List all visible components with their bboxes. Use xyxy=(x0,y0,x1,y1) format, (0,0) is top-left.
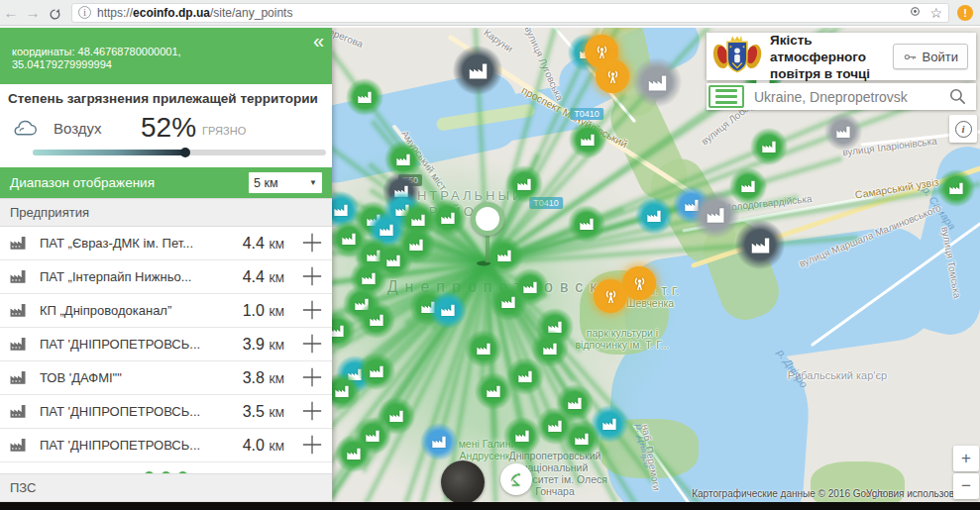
add-enterprise-button[interactable] xyxy=(298,364,326,392)
page: { "browser": { "back": "←", "forward": "… xyxy=(0,0,980,510)
enterprise-row[interactable]: ПАТ „Інтерпайп Нижньо... 4.4 км xyxy=(0,260,332,294)
factory-marker[interactable] xyxy=(568,205,605,243)
factory-icon xyxy=(8,301,32,321)
factory-marker[interactable] xyxy=(937,169,975,207)
browser-warning-badge[interactable]: ! xyxy=(957,5,973,21)
factory-marker[interactable] xyxy=(692,191,739,239)
factory-marker[interactable] xyxy=(429,199,467,237)
factory-marker[interactable] xyxy=(632,57,682,107)
factory-marker[interactable] xyxy=(335,435,373,472)
back-icon[interactable]: ← xyxy=(0,4,22,21)
enterprise-distance: 4.0 км xyxy=(243,437,284,455)
bookmark-star-icon[interactable]: ☆ xyxy=(929,5,942,21)
factory-marker[interactable] xyxy=(750,128,788,165)
map-canvas[interactable]: ЦЕНТРАЛЬНЫЙРАЙОНДнепропетровскпарк ім. Т… xyxy=(332,28,980,502)
factory-marker[interactable] xyxy=(824,113,862,151)
factory-icon xyxy=(8,234,32,254)
factory-marker[interactable] xyxy=(506,357,544,395)
pzs-section-header: ПЗС xyxy=(0,473,332,502)
panel-header: « координаты: 48.46768780000001, 35.0417… xyxy=(0,28,332,84)
enterprise-row[interactable]: ПАТ „Євраз-ДМК ім. Пет... 4.4 км xyxy=(0,227,332,260)
pollution-section: Степень загрязнения прилежащей территори… xyxy=(0,84,332,155)
enterprise-distance: 4.4 км xyxy=(243,268,284,286)
enterprise-row[interactable]: ТОВ 'ДАФМІ"" 3.8 км xyxy=(0,361,332,395)
pollution-progress-fill xyxy=(33,150,185,155)
factory-marker[interactable] xyxy=(486,237,523,274)
login-button[interactable]: Войти xyxy=(893,44,968,69)
enterprise-name: ПАТ 'ДНІПРОПЕТРОВСЬ... xyxy=(40,438,243,453)
enterprise-row[interactable]: ПАТ 'ДНІПРОПЕТРОВСЬ... 4.0 км xyxy=(0,429,332,462)
forward-icon[interactable]: → xyxy=(22,4,44,21)
satellite-dish-marker[interactable] xyxy=(500,463,532,495)
factory-icon xyxy=(8,436,32,456)
factory-marker[interactable] xyxy=(453,46,502,95)
factory-marker[interactable] xyxy=(346,78,383,116)
enterprise-distance: 3.5 км xyxy=(243,403,284,421)
factory-marker[interactable] xyxy=(569,121,606,158)
factory-marker[interactable] xyxy=(429,291,467,329)
url-text[interactable]: https://ecoinfo.dp.ua/site/any_points xyxy=(97,6,901,20)
range-label: Диапазон отображения xyxy=(10,175,155,190)
factory-marker[interactable] xyxy=(420,423,458,460)
add-enterprise-button[interactable] xyxy=(298,263,326,291)
factory-marker[interactable] xyxy=(563,420,600,458)
factory-marker[interactable] xyxy=(729,167,767,205)
add-enterprise-button[interactable] xyxy=(298,297,326,325)
enterprise-distance: 1.0 км xyxy=(243,302,284,320)
photo-thumbnail-marker[interactable] xyxy=(441,460,485,502)
location-target-icon[interactable] xyxy=(909,5,922,21)
factory-icon xyxy=(8,402,32,422)
search-input[interactable]: Ukraine, Dnepropetrovsk xyxy=(754,89,948,105)
factory-marker[interactable] xyxy=(358,301,395,339)
factory-marker[interactable] xyxy=(505,165,543,203)
collapse-panel-icon[interactable]: « xyxy=(313,30,322,52)
factory-marker[interactable] xyxy=(503,417,541,455)
enterprise-name: ПАТ 'ДНІПРОПЕТРОВСЬ... xyxy=(40,404,243,419)
enterprise-row[interactable]: КП „Дніпроводоканал” 1.0 км xyxy=(0,294,332,328)
selected-point-pin[interactable] xyxy=(471,202,504,236)
add-enterprise-button[interactable] xyxy=(298,331,326,358)
pollution-progress-cap xyxy=(180,148,190,157)
search-bar[interactable]: Ukraine, Dnepropetrovsk xyxy=(707,83,976,110)
select-arrow-icon: ▼ xyxy=(309,178,317,187)
enterprise-row[interactable]: ПАТ 'ДНІПРОПЕТРОВСЬ... 3.9 км xyxy=(0,328,332,361)
enterprise-name: ПАТ 'ДНІПРОПЕТРОВСЬ... xyxy=(40,337,243,352)
zoom-out-button[interactable]: − xyxy=(953,473,979,499)
pollution-title: Степень загрязнения прилежащей территори… xyxy=(8,91,324,106)
page-info-icon[interactable]: i xyxy=(78,6,91,19)
enterprise-name: ТОВ 'ДАФМІ"" xyxy=(40,370,243,385)
enterprise-row[interactable]: ПАТ 'ДНІПРОПЕТРОВСЬ... 3.5 км xyxy=(0,395,332,429)
add-enterprise-button[interactable] xyxy=(298,398,326,426)
menu-hamburger-button[interactable] xyxy=(708,85,744,108)
factory-marker[interactable] xyxy=(397,226,435,263)
monitoring-station-marker[interactable] xyxy=(596,59,629,93)
factory-icon xyxy=(8,267,32,287)
factory-icon xyxy=(8,335,32,355)
enterprise-name: КП „Дніпроводоканал” xyxy=(40,303,243,318)
add-enterprise-button[interactable] xyxy=(298,432,326,459)
monitoring-station-marker[interactable] xyxy=(622,266,656,300)
factory-marker[interactable] xyxy=(465,330,502,367)
pollution-value: 52% xyxy=(141,112,196,144)
range-select[interactable]: 5 км ▼ xyxy=(249,172,322,193)
zoom-in-button[interactable]: + xyxy=(953,446,979,471)
address-bar[interactable]: i https://ecoinfo.dp.ua/site/any_points … xyxy=(71,3,949,23)
map-info-button[interactable]: i xyxy=(949,115,977,143)
enterprise-distance: 4.4 км xyxy=(243,235,284,253)
enterprises-section-header: Предприятия xyxy=(0,198,332,227)
app-title: Якість атмосферного повітря в точці xyxy=(770,32,893,82)
air-label: Воздух xyxy=(54,120,123,137)
monitoring-station-marker[interactable] xyxy=(594,279,627,313)
add-enterprise-button[interactable] xyxy=(298,230,326,257)
factory-marker[interactable] xyxy=(490,283,527,321)
factory-marker[interactable] xyxy=(735,220,785,269)
factory-marker[interactable] xyxy=(358,353,395,390)
factory-marker[interactable] xyxy=(635,197,673,235)
search-icon[interactable] xyxy=(948,87,968,107)
bottom-black-strip xyxy=(0,502,980,510)
cloud-icon xyxy=(10,117,40,139)
pollution-progress-track xyxy=(33,150,326,155)
enterprise-distance: 3.8 км xyxy=(243,369,284,387)
map-attribution: Картографические данные © 2016 Google xyxy=(692,488,885,499)
reload-icon[interactable] xyxy=(44,4,65,21)
